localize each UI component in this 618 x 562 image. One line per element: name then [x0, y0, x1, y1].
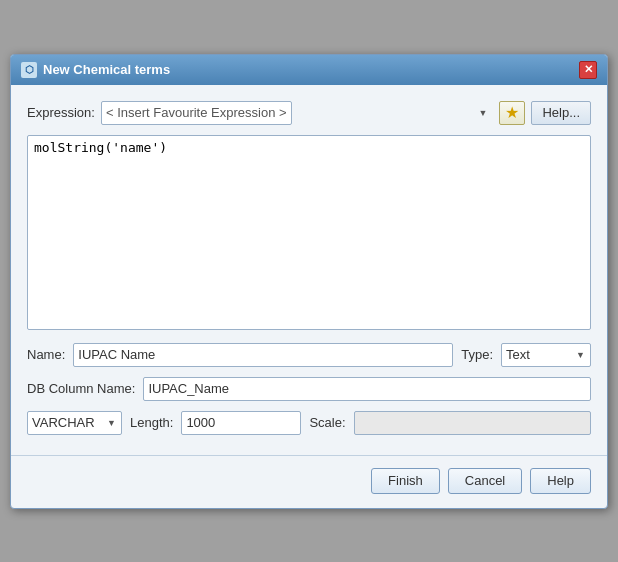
finish-button[interactable]: Finish	[371, 468, 440, 494]
title-bar: ⬡ New Chemical terms ✕	[11, 55, 607, 85]
expression-textarea-wrapper: molString('name')	[27, 135, 591, 333]
star-button[interactable]: ★	[499, 101, 525, 125]
varchar-dropdown[interactable]: VARCHAR CHAR NVARCHAR	[27, 411, 122, 435]
varchar-row: VARCHAR CHAR NVARCHAR Length: Scale:	[27, 411, 591, 435]
expression-select-wrapper: < Insert Favourite Expression >	[101, 101, 494, 125]
star-icon: ★	[505, 103, 519, 122]
expression-help-button[interactable]: Help...	[531, 101, 591, 125]
new-chemical-terms-dialog: ⬡ New Chemical terms ✕ Expression: < Ins…	[10, 54, 608, 509]
type-select-wrapper: Text Number Date	[501, 343, 591, 367]
scale-label: Scale:	[309, 415, 345, 430]
separator	[11, 455, 607, 456]
cancel-button[interactable]: Cancel	[448, 468, 522, 494]
length-label: Length:	[130, 415, 173, 430]
db-column-row: DB Column Name:	[27, 377, 591, 401]
name-label: Name:	[27, 347, 65, 362]
dialog-icon: ⬡	[21, 62, 37, 78]
expression-dropdown[interactable]: < Insert Favourite Expression >	[101, 101, 292, 125]
db-column-input[interactable]	[143, 377, 591, 401]
dialog-body: Expression: < Insert Favourite Expressio…	[11, 85, 607, 451]
expression-textarea[interactable]: molString('name')	[27, 135, 591, 330]
close-button[interactable]: ✕	[579, 61, 597, 79]
name-input[interactable]	[73, 343, 453, 367]
dialog-title: New Chemical terms	[43, 62, 573, 77]
help-button[interactable]: Help	[530, 468, 591, 494]
db-column-label: DB Column Name:	[27, 381, 135, 396]
varchar-select-wrapper: VARCHAR CHAR NVARCHAR	[27, 411, 122, 435]
expression-row: Expression: < Insert Favourite Expressio…	[27, 101, 591, 125]
scale-input[interactable]	[354, 411, 591, 435]
type-label: Type:	[461, 347, 493, 362]
type-dropdown[interactable]: Text Number Date	[501, 343, 591, 367]
name-type-row: Name: Type: Text Number Date	[27, 343, 591, 367]
expression-label: Expression:	[27, 105, 95, 120]
length-input[interactable]	[181, 411, 301, 435]
button-row: Finish Cancel Help	[11, 460, 607, 508]
